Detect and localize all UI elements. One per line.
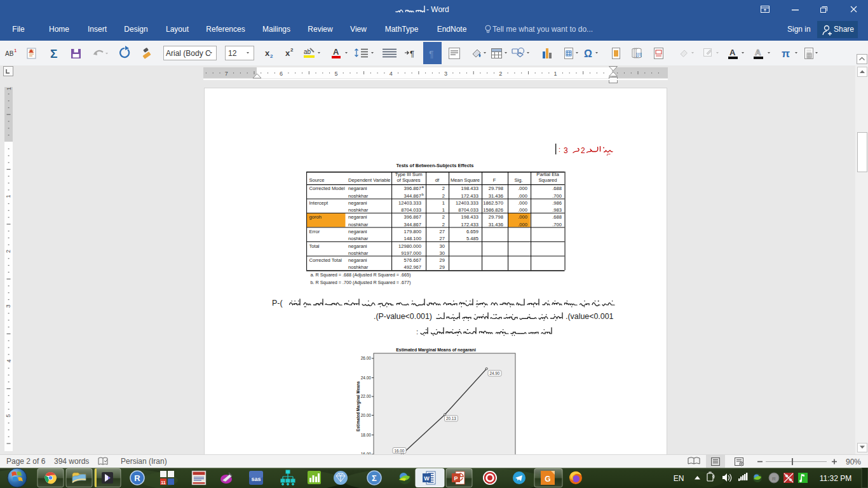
svg-text:Mean Square: Mean Square	[451, 177, 480, 183]
svg-text:16.00: 16.00	[395, 449, 405, 453]
svg-text:30: 30	[440, 250, 445, 256]
svg-text:Σ: Σ	[372, 473, 377, 483]
svg-text:.000: .000	[518, 186, 527, 191]
svg-text:8704.033: 8704.033	[458, 207, 478, 213]
svg-text:goroh: goroh	[309, 214, 322, 220]
svg-text:negarani: negarani	[348, 257, 367, 263]
svg-text:20.13: 20.13	[446, 416, 456, 421]
svg-text:2: 2	[499, 71, 502, 77]
svg-text:.986: .986	[552, 200, 562, 206]
svg-text:1: 1	[442, 207, 445, 213]
svg-text:noshkhar: noshkhar	[348, 264, 369, 270]
svg-text:29: 29	[440, 257, 445, 263]
svg-text:Σ: Σ	[50, 47, 57, 60]
svg-text:1: 1	[554, 71, 557, 77]
svg-text:Dependent Variable: Dependent Variable	[348, 177, 391, 183]
svg-text:396.867: 396.867	[404, 214, 421, 220]
svg-text:Ω: Ω	[584, 48, 592, 59]
svg-text:12: 12	[228, 49, 237, 58]
svg-text:1862.570: 1862.570	[483, 200, 503, 206]
svg-text:.(P-value<0.001): .(P-value<0.001)	[374, 312, 432, 321]
svg-text:2: 2	[442, 222, 445, 227]
svg-text:a. R Squared = .688 (Adjusted: a. R Squared = .688 (Adjusted R Squared …	[311, 272, 411, 278]
svg-text:x: x	[285, 48, 290, 58]
svg-text:12980.000: 12980.000	[398, 243, 421, 249]
svg-text:1586.826: 1586.826	[483, 207, 503, 213]
svg-text::: :	[416, 328, 418, 336]
svg-text:noshkhar: noshkhar	[348, 193, 369, 199]
svg-text:Estimated Marginal Means: Estimated Marginal Means	[356, 381, 361, 431]
svg-text:12403.333: 12403.333	[398, 200, 421, 206]
svg-text:2: 2	[6, 250, 12, 253]
svg-text:2: 2	[442, 214, 445, 220]
svg-text:π: π	[782, 48, 790, 60]
svg-text:Corrected Total: Corrected Total	[309, 257, 342, 263]
svg-text:2: 2	[442, 186, 445, 191]
svg-text:.000: .000	[518, 222, 527, 227]
svg-text:P: P	[454, 475, 458, 482]
svg-text:11:32 PM: 11:32 PM	[820, 474, 851, 483]
svg-text:noshkhar: noshkhar	[348, 236, 369, 241]
svg-text:.000: .000	[518, 193, 527, 199]
svg-text:Source: Source	[309, 177, 325, 183]
svg-text:¶: ¶	[429, 49, 434, 59]
svg-text:Partial Eta: Partial Eta	[536, 172, 559, 177]
svg-text:.000: .000	[518, 200, 527, 206]
svg-text:b. R Squared = .700 (Adjusted: b. R Squared = .700 (Adjusted R Squared …	[311, 280, 411, 285]
svg-text:¶: ¶	[410, 49, 414, 58]
svg-text:[(i]: [(i]	[636, 51, 642, 57]
svg-text:26.00: 26.00	[361, 356, 372, 360]
svg-text:noshkhar: noshkhar	[348, 222, 369, 227]
svg-text:11: 11	[161, 480, 166, 485]
svg-text:R: R	[134, 473, 140, 483]
svg-text:Tests of Between-Subjects Effe: Tests of Between-Subjects Effects	[397, 163, 474, 168]
svg-text:4: 4	[390, 71, 393, 77]
svg-text:negarani: negarani	[348, 186, 367, 191]
svg-text:P-(: P-(	[272, 299, 283, 308]
svg-text:1: 1	[6, 195, 12, 198]
svg-text:1: 1	[14, 48, 17, 53]
svg-text:396.867: 396.867	[404, 186, 421, 191]
svg-text:1: 1	[6, 87, 12, 90]
svg-text:31.436: 31.436	[489, 193, 503, 199]
svg-text:8704.033: 8704.033	[401, 207, 421, 213]
svg-text:148.100: 148.100	[404, 236, 421, 241]
svg-text:4: 4	[6, 359, 12, 362]
svg-text:198.433: 198.433	[461, 186, 478, 191]
svg-text:18.00: 18.00	[361, 433, 372, 437]
svg-text:Squared: Squared	[538, 177, 557, 183]
svg-text:Arial (Body C: Arial (Body C	[166, 49, 211, 58]
svg-text:negarani: negarani	[348, 243, 367, 249]
svg-text:29.798: 29.798	[489, 214, 503, 220]
svg-text:Total: Total	[309, 243, 320, 249]
svg-text:noshkhar: noshkhar	[348, 250, 369, 256]
svg-text:A: A	[333, 47, 339, 57]
svg-text:.688: .688	[552, 186, 562, 191]
svg-text:3: 3	[6, 304, 12, 308]
svg-text:172.433: 172.433	[461, 193, 478, 199]
svg-text:5.485: 5.485	[466, 236, 478, 241]
svg-text:179.800: 179.800	[404, 229, 421, 234]
svg-text:1: 1	[442, 200, 445, 206]
svg-text:5: 5	[6, 414, 12, 417]
svg-text:2: 2	[270, 53, 273, 59]
svg-text:a: a	[422, 185, 424, 189]
svg-text:27: 27	[440, 229, 445, 234]
svg-text:negarani: negarani	[348, 214, 367, 220]
svg-text::: :	[559, 146, 560, 153]
svg-text:ab: ab	[304, 48, 311, 55]
svg-text:90%: 90%	[846, 458, 861, 466]
svg-text:6.659: 6.659	[466, 229, 478, 234]
svg-text:sas: sas	[251, 476, 261, 482]
svg-text:30: 30	[440, 243, 445, 249]
svg-text:.000: .000	[518, 214, 527, 220]
svg-text:- Word: - Word	[426, 5, 449, 14]
svg-text:Type III Sum: Type III Sum	[395, 172, 422, 177]
svg-text:6: 6	[280, 71, 283, 77]
svg-text:b: b	[422, 193, 424, 196]
svg-text:Estimated Marginal Means of ne: Estimated Marginal Means of negarani	[396, 348, 476, 353]
svg-text:24.00: 24.00	[361, 376, 372, 380]
svg-text:noshkhar: noshkhar	[348, 207, 369, 213]
svg-text:G: G	[545, 475, 550, 484]
svg-text:198.433: 198.433	[461, 214, 478, 220]
